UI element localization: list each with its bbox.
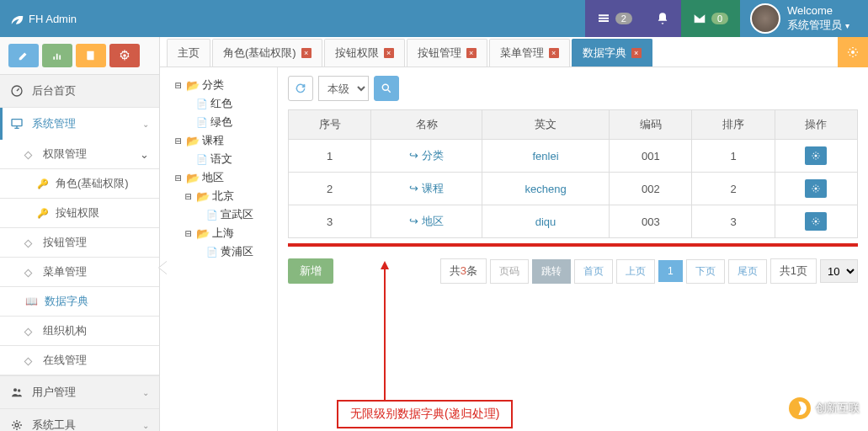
page-size[interactable]: 10 <box>820 259 858 283</box>
shortcut-stats[interactable] <box>42 44 72 67</box>
close-icon[interactable]: × <box>466 48 477 58</box>
sidebar-btnmgmt[interactable]: 按钮管理 <box>0 228 159 258</box>
row-name-link[interactable]: ↪ 地区 <box>409 215 444 227</box>
tree-sh[interactable]: ⊟📂上海 <box>185 224 272 242</box>
tasks-badge: 2 <box>615 13 632 24</box>
close-icon[interactable]: × <box>549 48 559 58</box>
data-table: 序号 名称 英文 编码 排序 操作 1 ↪ 分类 fenlei 001 1 2 … <box>288 109 858 238</box>
row-en-link[interactable]: kecheng <box>525 183 566 195</box>
tree-region[interactable]: ⊟📂地区 <box>175 168 272 187</box>
sidebar-system[interactable]: 系统管理⌄ <box>0 108 159 140</box>
th-en: 英文 <box>482 110 609 140</box>
total-label: 共3条 <box>440 258 487 284</box>
sidebar-btnperm[interactable]: 🔑按钮权限 <box>0 199 159 228</box>
sidebar-role[interactable]: 🔑角色(基础权限) <box>0 169 159 199</box>
tab-btnmgmt[interactable]: 按钮管理× <box>407 39 487 67</box>
page-input[interactable]: 页码 <box>490 259 529 284</box>
row-action[interactable] <box>805 146 827 165</box>
first-page[interactable]: 首页 <box>574 259 613 284</box>
tab-btnperm[interactable]: 按钮权限× <box>324 39 405 67</box>
svg-point-0 <box>123 54 126 57</box>
search-button[interactable] <box>374 76 399 101</box>
gear-icon <box>119 50 130 61</box>
th-sort: 排序 <box>692 110 775 140</box>
next-page[interactable]: 下页 <box>686 259 725 284</box>
sidebar-dict[interactable]: 📖数据字典 <box>0 287 159 317</box>
shortcut-book[interactable] <box>76 44 106 67</box>
gear-icon <box>846 45 860 59</box>
pages-label: 共1页 <box>770 258 817 284</box>
nav-user[interactable]: Welcome 系统管理员▾ <box>740 0 860 37</box>
tree-bj[interactable]: ⊟📂北京 <box>185 187 272 205</box>
row-name-link[interactable]: ↪ 课程 <box>409 182 444 194</box>
sidebar-home[interactable]: 后台首页 <box>0 75 159 107</box>
nav-mail[interactable]: 0 <box>681 0 740 37</box>
jump-button[interactable]: 跳转 <box>532 259 571 284</box>
watermark-logo <box>789 397 811 419</box>
sidebar-tools[interactable]: 系统工具⌄ <box>0 409 159 431</box>
row-name-link[interactable]: ↪ 分类 <box>409 149 444 162</box>
sidebar: 后台首页 系统管理⌄ 权限管理⌄ 🔑角色(基础权限) 🔑按钮权限 按钮管理 菜单… <box>0 37 160 431</box>
svg-point-4 <box>18 389 20 391</box>
tab-role[interactable]: 角色(基础权限)× <box>212 39 322 67</box>
tree-xw[interactable]: 📄宣武区 <box>195 205 272 224</box>
cog-icon <box>10 418 24 431</box>
shortcut-edit[interactable] <box>8 44 39 67</box>
tree-cat[interactable]: ⊟📂分类 <box>175 76 272 94</box>
tabs-settings[interactable] <box>838 37 868 67</box>
tab-bar: 主页 角色(基础权限)× 按钮权限× 按钮管理× 菜单管理× 数据字典× <box>160 37 868 67</box>
svg-point-6 <box>851 51 855 54</box>
dashboard-icon <box>10 84 24 98</box>
table-row: 2 ↪ 课程 kecheng 002 2 <box>289 173 858 205</box>
annotation-box: 无限级别数据字典(递归处理) <box>337 400 513 428</box>
close-icon[interactable]: × <box>301 48 312 58</box>
sidebar-org[interactable]: 组织机构 <box>0 317 159 346</box>
tree-hp[interactable]: 📄黄浦区 <box>195 242 272 261</box>
sidebar-online[interactable]: 在线管理 <box>0 346 159 375</box>
refresh-button[interactable] <box>288 76 313 101</box>
add-button[interactable]: 新增 <box>288 258 333 284</box>
svg-point-8 <box>815 155 817 157</box>
book-icon <box>85 50 97 61</box>
svg-point-3 <box>13 388 17 391</box>
tab-menumgmt[interactable]: 菜单管理× <box>489 39 570 67</box>
sidebar-perm[interactable]: 权限管理⌄ <box>0 140 159 169</box>
red-underline <box>288 243 858 247</box>
prev-page[interactable]: 上页 <box>616 259 655 284</box>
level-select[interactable]: 本级 <box>318 76 369 101</box>
row-action[interactable] <box>805 179 827 198</box>
table-row: 3 ↪ 地区 diqu 003 3 <box>289 205 858 238</box>
row-en-link[interactable]: fenlei <box>533 150 559 162</box>
desktop-icon <box>10 117 24 130</box>
brand: FH Admin <box>8 11 77 26</box>
table-row: 1 ↪ 分类 fenlei 001 1 <box>289 140 858 173</box>
nav-alerts[interactable] <box>644 0 681 37</box>
mail-icon <box>693 12 706 25</box>
sidebar-menumgmt[interactable]: 菜单管理 <box>0 258 159 287</box>
nav-tasks[interactable]: 2 <box>585 0 644 37</box>
svg-point-7 <box>382 84 388 90</box>
tab-home[interactable]: 主页 <box>167 39 210 67</box>
pencil-icon <box>18 50 29 61</box>
shortcut-settings[interactable] <box>109 44 140 67</box>
close-icon[interactable]: × <box>384 48 394 58</box>
pager: 共3条 页码 跳转 首页 上页 1 下页 尾页 共1页 10 <box>440 258 858 284</box>
svg-point-5 <box>15 423 19 427</box>
sidebar-usermgmt[interactable]: 用户管理⌄ <box>0 376 159 408</box>
row-en-link[interactable]: diqu <box>535 216 556 228</box>
tab-dict[interactable]: 数据字典× <box>572 39 652 67</box>
row-action[interactable] <box>805 212 827 231</box>
tree-course[interactable]: ⊟📂课程 <box>175 131 272 150</box>
svg-point-10 <box>815 221 817 223</box>
bars-icon <box>51 50 63 61</box>
last-page[interactable]: 尾页 <box>728 259 767 284</box>
cur-page: 1 <box>658 260 683 282</box>
mail-badge: 0 <box>711 13 728 24</box>
search-icon <box>381 82 392 94</box>
svg-rect-2 <box>12 120 22 126</box>
tree-chinese[interactable]: 📄语文 <box>185 150 272 168</box>
close-icon[interactable]: × <box>631 48 642 58</box>
tree-green[interactable]: 📄绿色 <box>185 113 272 131</box>
bell-icon <box>656 12 669 25</box>
tree-red[interactable]: 📄红色 <box>185 94 272 113</box>
